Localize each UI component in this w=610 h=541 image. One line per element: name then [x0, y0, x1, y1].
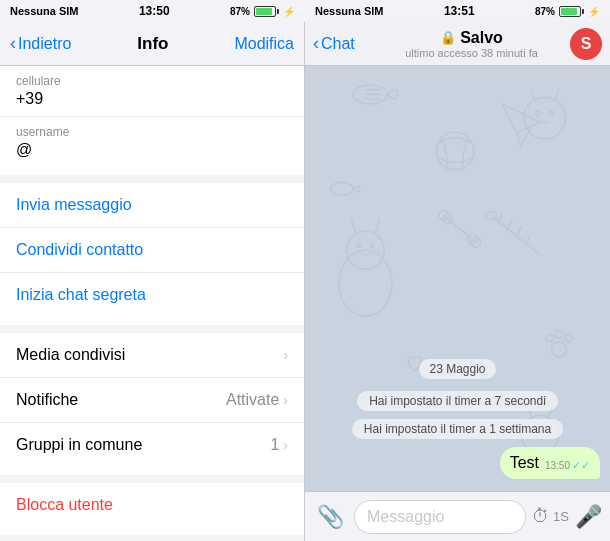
notifiche-right: Attivate › [226, 391, 288, 409]
back-chevron-icon: ‹ [10, 33, 16, 54]
chat-back-label: Chat [321, 35, 355, 53]
invia-messaggio-button[interactable]: Invia messaggio [0, 183, 304, 228]
message-text: Test [510, 454, 539, 472]
main-content: ‹ Indietro Info Modifica cellulare +39 u… [0, 22, 610, 541]
info-title: Info [137, 34, 168, 54]
right-status-bar: Nessuna SIM 13:51 87% ⚡ [305, 0, 610, 22]
battery-percent-left: 87% [230, 6, 250, 17]
message-input-wrapper[interactable]: Messaggio [354, 500, 526, 534]
back-label: Indietro [18, 35, 71, 53]
chevron-right-icon: › [283, 347, 288, 363]
chat-messages: 23 Maggio Hai impostato il timer a 7 sec… [315, 351, 600, 481]
username-field: username @ [0, 117, 304, 167]
timer-icon: ⏱ [532, 506, 550, 527]
lock-icon: 🔒 [440, 30, 456, 45]
chevron-right-icon-2: › [283, 392, 288, 408]
back-button[interactable]: ‹ Indietro [10, 33, 71, 54]
status-bars: Nessuna SIM 13:50 87% ⚡ Nessuna SIM 13:5… [0, 0, 610, 22]
left-nav: ‹ Indietro Info Modifica [0, 22, 304, 66]
blocca-utente-button[interactable]: Blocca utente [0, 483, 304, 527]
right-time: 13:51 [444, 4, 475, 18]
system-msg-2: Hai impostato il timer a 1 settimana [315, 419, 600, 439]
message-placeholder: Messaggio [367, 508, 444, 526]
right-panel: ‹ Chat 🔒 Salvo ultimo accesso 38 minuti … [305, 22, 610, 541]
danger-section: Blocca utente [0, 483, 304, 527]
battery-right [559, 6, 584, 17]
info-list: cellulare +39 username @ Invia messaggio… [0, 66, 304, 535]
gap-2 [0, 325, 304, 333]
timer-button[interactable]: ⏱ 1S [532, 506, 569, 527]
left-status-bar: Nessuna SIM 13:50 87% ⚡ [0, 0, 305, 22]
left-panel: ‹ Indietro Info Modifica cellulare +39 u… [0, 22, 305, 541]
menu-section: Media condivisi › Notifiche Attivate › G… [0, 333, 304, 467]
gruppi-in-comune-item[interactable]: Gruppi in comune 1 › [0, 423, 304, 467]
date-bubble: 23 Maggio [315, 359, 600, 377]
sent-message-row: Test 13:50 ✓✓ [315, 447, 600, 479]
inizia-chat-segreta-button[interactable]: Inizia chat segreta [0, 273, 304, 317]
mic-button[interactable]: 🎤 [575, 504, 602, 530]
condividi-contatto-button[interactable]: Condividi contatto [0, 228, 304, 273]
date-text: 23 Maggio [419, 359, 495, 379]
avatar[interactable]: S [570, 28, 602, 60]
notifiche-item[interactable]: Notifiche Attivate › [0, 378, 304, 423]
username-value: @ [16, 141, 288, 159]
gap-3 [0, 475, 304, 483]
chat-nav: ‹ Chat 🔒 Salvo ultimo accesso 38 minuti … [305, 22, 610, 66]
left-time: 13:50 [139, 4, 170, 18]
timer-label: 1S [553, 509, 569, 524]
attach-button[interactable]: 📎 [313, 504, 348, 530]
read-checks-icon: ✓✓ [572, 459, 590, 472]
contact-fields: cellulare +39 username @ [0, 66, 304, 167]
cellulare-label: cellulare [16, 74, 288, 88]
chat-back-chevron-icon: ‹ [313, 33, 319, 54]
chevron-right-icon-3: › [283, 437, 288, 453]
gap-1 [0, 175, 304, 183]
media-condivisi-item[interactable]: Media condivisi › [0, 333, 304, 378]
chat-contact-name: 🔒 Salvo [440, 29, 503, 47]
message-meta: 13:50 ✓✓ [545, 459, 590, 472]
message-time: 13:50 [545, 460, 570, 471]
battery-left [254, 6, 279, 17]
cellulare-field: cellulare +39 [0, 66, 304, 117]
chat-status: ultimo accesso 38 minuti fa [405, 47, 538, 59]
modifica-button[interactable]: Modifica [234, 35, 294, 53]
right-carrier: Nessuna SIM [315, 5, 383, 17]
username-label: username [16, 125, 288, 139]
cellulare-value: +39 [16, 90, 288, 108]
bolt-icon-right: ⚡ [588, 6, 600, 17]
media-right: › [283, 347, 288, 363]
gruppi-right: 1 › [270, 436, 288, 454]
battery-percent-right: 87% [535, 6, 555, 17]
left-icons: 87% ⚡ [230, 6, 295, 17]
left-carrier: Nessuna SIM [10, 5, 78, 17]
chat-input-bar: 📎 Messaggio ⏱ 1S 🎤 [305, 491, 610, 541]
chat-back-button[interactable]: ‹ Chat [313, 33, 373, 54]
right-icons: 87% ⚡ [535, 6, 600, 17]
message-bubble: Test 13:50 ✓✓ [500, 447, 600, 479]
bolt-icon-left: ⚡ [283, 6, 295, 17]
system-msg-1: Hai impostato il timer a 7 secondi [315, 391, 600, 411]
chat-nav-center: 🔒 Salvo ultimo accesso 38 minuti fa [373, 29, 570, 59]
action-section: Invia messaggio Condividi contatto Inizi… [0, 183, 304, 317]
